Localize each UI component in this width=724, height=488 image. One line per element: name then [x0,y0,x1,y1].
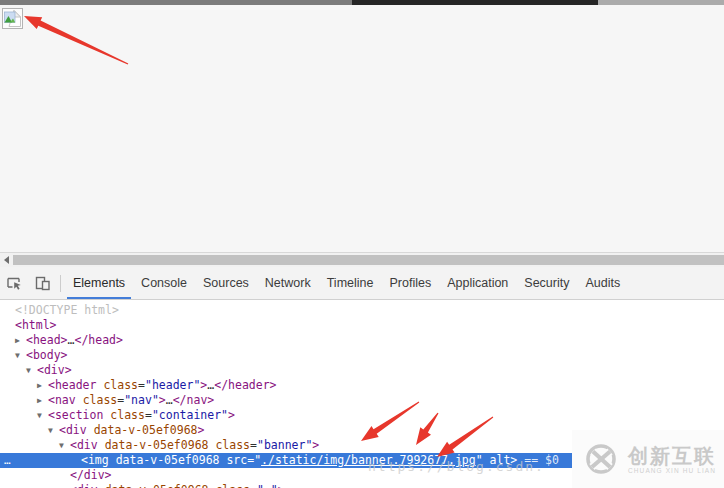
faint-url-watermark: https://blog.csdn. [368,459,545,474]
tab-audits[interactable]: Audits [577,267,628,299]
dom-row-nav[interactable]: ▶<nav class="nav">…</nav> [0,393,724,408]
inspect-element-button[interactable] [0,267,28,299]
chevron-right-icon[interactable]: ▶ [15,333,20,348]
dom-row-head[interactable]: ▶<head>…</head> [0,333,724,348]
tab-elements[interactable]: Elements [65,267,133,299]
chevron-right-icon[interactable]: ▶ [37,378,42,393]
page-viewport [0,5,724,253]
dom-row-doctype[interactable]: <!DOCTYPE html> [0,303,724,318]
tab-application[interactable]: Application [439,267,516,299]
tab-profiles[interactable]: Profiles [381,267,439,299]
dom-row-body[interactable]: ▼<body> [0,348,724,363]
brand-watermark: 创新互联 CHUANG XIN HU LIAN [572,430,724,488]
chevron-down-icon[interactable]: ▼ [26,363,31,378]
dom-row-html[interactable]: <html> [0,318,724,333]
brand-logo-icon [582,439,622,479]
screen: ElementsConsoleSourcesNetworkTimelinePro… [0,0,724,488]
chevron-down-icon[interactable]: ▼ [48,423,53,438]
brand-name-en: CHUANG XIN HU LIAN [628,467,716,474]
chevron-down-icon[interactable]: ▼ [59,438,64,453]
brand-name-cn: 创新互联 [628,445,716,467]
dom-row-div[interactable]: ▼<div> [0,363,724,378]
device-toolbar-icon [34,275,51,292]
tab-network[interactable]: Network [257,267,319,299]
tab-console[interactable]: Console [133,267,195,299]
selected-row-dots: … [4,453,12,468]
chevron-right-icon[interactable]: ▶ [37,393,42,408]
device-toolbar-button[interactable] [28,267,56,299]
chevron-down-icon[interactable]: ▼ [15,348,20,363]
broken-image-icon [2,8,23,29]
tab-timeline[interactable]: Timeline [319,267,382,299]
devtools-tabs: ElementsConsoleSourcesNetworkTimelinePro… [65,267,628,299]
horizontal-scrollbar[interactable] [0,253,724,267]
tab-security[interactable]: Security [516,267,577,299]
chevron-down-icon[interactable]: ▼ [37,408,42,423]
devtools-toolbar: ElementsConsoleSourcesNetworkTimelinePro… [0,267,724,300]
scrollbar-thumb[interactable] [13,255,724,265]
dom-row-section[interactable]: ▼<section class="container"> [0,408,724,423]
toolbar-separator [60,275,61,292]
brand-text: 创新互联 CHUANG XIN HU LIAN [628,445,716,474]
scrollbar-left-button[interactable] [0,253,13,267]
chevron-right-icon[interactable]: ▶ [59,483,64,488]
dom-row-header[interactable]: ▶<header class="header">…</header> [0,378,724,393]
scroll-left-icon [4,256,9,264]
tab-sources[interactable]: Sources [195,267,257,299]
inspect-icon [6,275,23,292]
